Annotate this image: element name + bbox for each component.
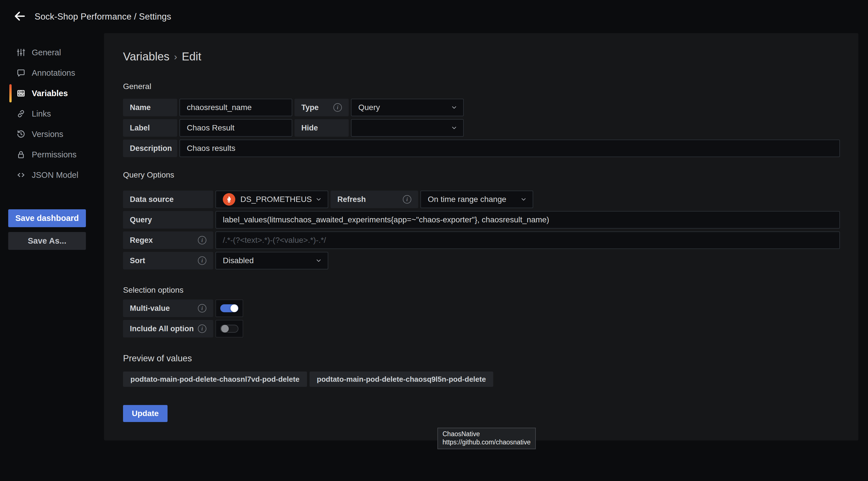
link-icon <box>16 108 26 119</box>
regex-row: Regex i <box>123 232 840 249</box>
breadcrumb-page: Edit <box>182 49 201 64</box>
history-icon <box>16 129 26 140</box>
refresh-select[interactable]: On time range change <box>421 190 533 208</box>
sidebar-item-versions[interactable]: Versions <box>0 124 104 144</box>
type-label: Type i <box>294 99 349 116</box>
chevron-down-icon <box>520 196 527 203</box>
code-icon <box>16 170 26 180</box>
data-source-select[interactable]: DS_PROMETHEUS <box>215 190 328 208</box>
sort-label: Sort i <box>123 252 213 269</box>
sidebar-item-label: Versions <box>32 130 63 139</box>
name-type-row: Name Type i Query <box>123 99 840 116</box>
name-input[interactable] <box>180 99 292 116</box>
sort-row: Sort i Disabled <box>123 252 840 269</box>
sliders-icon <box>16 47 26 58</box>
arrow-left-icon <box>13 10 26 24</box>
page-title: Sock-Shop Performance / Settings <box>35 11 171 22</box>
comment-icon <box>16 67 26 78</box>
sidebar-item-label: JSON Model <box>32 171 78 180</box>
query-row: Query <box>123 211 840 229</box>
refresh-label: Refresh i <box>331 190 418 208</box>
selection-options-heading: Selection options <box>123 285 840 295</box>
regex-label: Regex i <box>123 232 213 249</box>
regex-input[interactable] <box>215 232 840 249</box>
include-all-toggle[interactable] <box>215 320 243 337</box>
chevron-down-icon <box>451 124 458 131</box>
type-select-value: Query <box>358 103 451 112</box>
info-icon[interactable]: i <box>198 304 206 312</box>
info-icon[interactable]: i <box>198 236 206 244</box>
datasource-tooltip: ChaosNative https://github.com/chaosnati… <box>437 428 536 449</box>
sidebar-item-variables[interactable]: Variables <box>0 83 104 103</box>
description-input[interactable] <box>180 140 840 157</box>
sort-select[interactable]: Disabled <box>215 252 328 269</box>
data-source-refresh-row: Data source DS_PROMETHEUS Refresh i On t… <box>123 190 840 208</box>
sidebar-item-permissions[interactable]: Permissions <box>0 144 104 165</box>
lock-icon <box>16 149 26 160</box>
sidebar-item-label: Links <box>32 109 51 119</box>
toggle-knob <box>230 305 238 312</box>
preview-values: podtato-main-pod-delete-chaosnl7vd-pod-d… <box>123 371 840 387</box>
active-indicator <box>9 84 11 102</box>
query-options-heading: Query Options <box>123 170 840 180</box>
type-label-text: Type <box>301 103 319 112</box>
update-button[interactable]: Update <box>123 405 167 422</box>
hide-select[interactable] <box>351 119 464 137</box>
sidebar-item-label: Variables <box>32 89 68 98</box>
app-header: Sock-Shop Performance / Settings <box>0 0 868 33</box>
sort-select-value: Disabled <box>223 256 315 265</box>
sidebar-item-links[interactable]: Links <box>0 103 104 124</box>
refresh-label-text: Refresh <box>337 195 366 204</box>
chevron-down-icon <box>315 196 322 203</box>
sidebar-item-label: Permissions <box>32 150 76 159</box>
description-label: Description <box>123 140 177 157</box>
info-icon[interactable]: i <box>333 103 342 112</box>
tooltip-url: https://github.com/chaosnative <box>442 438 531 446</box>
preview-heading: Preview of values <box>123 353 840 364</box>
label-input[interactable] <box>180 119 292 137</box>
multi-value-toggle[interactable] <box>215 300 243 317</box>
info-icon[interactable]: i <box>198 325 206 333</box>
sidebar-item-annotations[interactable]: Annotations <box>0 63 104 83</box>
sidebar-item-label: General <box>32 48 61 57</box>
include-all-row: Include All option i <box>123 320 840 337</box>
save-as-button[interactable]: Save As... <box>8 232 86 250</box>
prometheus-icon <box>223 193 235 206</box>
toggle-off-switch <box>220 325 239 333</box>
sidebar-item-general[interactable]: General <box>0 42 104 63</box>
sidebar-item-json-model[interactable]: JSON Model <box>0 165 104 185</box>
info-icon[interactable]: i <box>198 257 206 265</box>
regex-label-text: Regex <box>130 236 153 245</box>
settings-sidebar: General Annotations Variables Links V <box>0 33 104 481</box>
include-all-label-text: Include All option <box>130 325 194 333</box>
sort-label-text: Sort <box>130 257 145 265</box>
multi-value-label: Multi-value i <box>123 300 213 317</box>
general-heading: General <box>123 82 840 91</box>
info-icon[interactable]: i <box>403 195 411 204</box>
breadcrumb-section[interactable]: Variables <box>123 49 169 64</box>
data-source-label: Data source <box>123 190 213 208</box>
tooltip-title: ChaosNative <box>442 430 531 438</box>
label-label: Label <box>123 119 177 137</box>
name-label: Name <box>123 99 177 116</box>
chevron-down-icon <box>315 257 322 264</box>
multi-value-label-text: Multi-value <box>130 304 170 313</box>
query-label: Query <box>123 211 213 229</box>
sidebar-nav-list: General Annotations Variables Links V <box>0 42 104 185</box>
description-row: Description <box>123 140 840 157</box>
save-dashboard-button[interactable]: Save dashboard <box>8 209 86 227</box>
multi-value-row: Multi-value i <box>123 300 840 317</box>
chevron-down-icon <box>451 104 458 111</box>
back-button[interactable] <box>12 9 27 24</box>
sidebar-item-label: Annotations <box>32 68 75 78</box>
breadcrumb: Variables › Edit <box>123 49 840 64</box>
hide-label: Hide <box>294 119 349 137</box>
calculator-icon <box>16 88 26 99</box>
breadcrumb-separator-icon: › <box>174 49 177 64</box>
preview-value-chip: podtato-main-pod-delete-chaosnl7vd-pod-d… <box>123 371 307 387</box>
type-select[interactable]: Query <box>351 99 464 116</box>
variables-edit-content: Variables › Edit General Name Type i Que… <box>104 33 858 422</box>
refresh-select-value: On time range change <box>428 195 520 204</box>
query-input[interactable] <box>215 211 840 229</box>
label-hide-row: Label Hide <box>123 119 840 137</box>
